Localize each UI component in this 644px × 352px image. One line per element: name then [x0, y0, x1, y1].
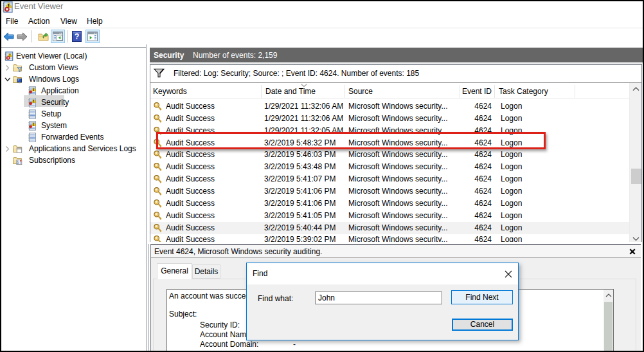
svg-text:?: ?	[75, 32, 80, 41]
